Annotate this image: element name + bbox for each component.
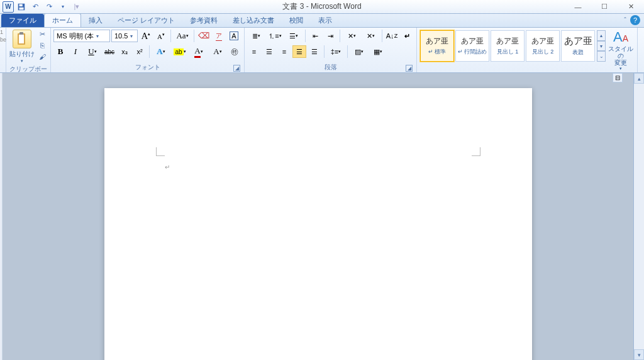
bold-button[interactable]: B [53,45,67,58]
tab-file[interactable]: ファイル [1,14,44,27]
distribute-icon[interactable]: ☰ [308,45,321,58]
group-clipboard: 貼り付け ▾ ✂ ⎘ 🖌 クリップボード◢ [6,28,51,72]
paragraph-launcher-icon[interactable]: ◢ [406,65,413,72]
highlight-icon[interactable]: ab▾ [171,45,189,58]
svg-rect-5 [19,32,23,35]
left-stub: 1 be [0,28,6,72]
gallery-more-icon[interactable]: ⌄ [597,51,606,62]
align-center-icon[interactable]: ☰ [262,45,276,58]
gallery-down-icon[interactable]: ▾ [597,41,606,52]
decrease-indent-icon[interactable]: ⇤ [308,30,322,42]
quick-access-toolbar: W ↶ ↷ ▾ |▾ [0,1,86,13]
text-direction-icon[interactable]: ✕▾ [343,30,360,42]
change-styles-button[interactable]: AA スタイルの 変更 ▾ [607,29,635,71]
enclosed-char-icon[interactable]: ㊕ [228,45,242,58]
line-spacing-icon[interactable]: ‡≡▾ [327,45,345,58]
paste-button[interactable]: 貼り付け ▾ [9,29,35,64]
undo-icon[interactable]: ↶ [29,1,42,13]
help-icon[interactable]: ? [630,15,640,25]
subscript-button[interactable]: x₂ [118,45,131,58]
paragraph-mark: ↵ [165,164,170,171]
ribbon-minimize-icon[interactable]: ˆ [624,16,626,24]
increase-indent-icon[interactable]: ⇥ [323,30,337,42]
underline-button[interactable]: U▾ [84,45,101,58]
style-heading2[interactable]: あア亜見出し 2 [526,30,560,62]
sort-icon[interactable]: A↓Z [385,30,399,42]
ribbon-tabs: ファイル ホーム 挿入 ページ レイアウト 参考資料 差し込み文書 校閲 表示 … [0,14,644,28]
vertical-scrollbar[interactable]: ▴ ▾ [633,73,644,360]
strikethrough-button[interactable]: abc [103,45,116,58]
style-no-spacing[interactable]: あア亜↵ 行間詰め [455,30,489,62]
ruler-toggle-icon[interactable]: ⊟ [613,73,623,82]
tab-home[interactable]: ホーム [44,13,81,27]
group-paragraph: ≣▾ ⒈≡▾ ☰▾ ⇤ ⇥ ✕▾ ✕▾ A↓Z ↵ ≡ ☰ ≡ ☰ ☰ ‡≡ [245,28,417,72]
font-color-icon[interactable]: A▾ [190,45,208,58]
margin-corner-right [472,147,480,156]
redo-icon[interactable]: ↷ [43,1,55,13]
shading-icon[interactable]: ▨▾ [350,45,368,58]
close-button[interactable]: ✕ [618,0,644,14]
tab-references[interactable]: 参考資料 [182,14,225,27]
numbering-icon[interactable]: ⒈≡▾ [266,30,284,42]
workspace: ⊟ ↵ ▴ ▾ [0,73,644,360]
style-normal[interactable]: あア亜↵ 標準 [420,30,454,62]
scroll-up-icon[interactable]: ▴ [634,73,644,84]
tab-insert[interactable]: 挿入 [81,14,110,27]
copy-icon[interactable]: ⎘ [36,40,48,50]
tab-view[interactable]: 表示 [311,14,340,27]
font-name-combo[interactable]: MS 明朝 (本▾ [53,30,110,42]
char-border-icon[interactable]: A [227,30,241,42]
style-gallery-scroll: ▴ ▾ ⌄ [597,30,606,62]
gallery-up-icon[interactable]: ▴ [597,30,606,41]
qat-dropdown-icon[interactable]: ▾ [57,1,69,13]
group-editing: 🔍検索▾ ab置換 ↖選択▾ 編集 [638,28,644,72]
page[interactable]: ↵ [104,88,532,360]
asian-layout-icon[interactable]: ✕▾ [362,30,379,42]
scroll-down-icon[interactable]: ▾ [634,349,644,360]
save-icon[interactable] [15,1,28,13]
tab-review[interactable]: 校閲 [282,14,311,27]
paste-label: 貼り付け [9,50,35,59]
grow-font-icon[interactable]: A▴ [139,30,153,42]
word-app-icon[interactable]: W [3,1,14,13]
italic-button[interactable]: I [69,45,82,58]
font-size-combo[interactable]: 10.5▾ [111,30,138,42]
change-styles-label: スタイルの 変更 [607,45,635,66]
tab-page-layout[interactable]: ページ レイアウト [110,14,182,27]
font-launcher-icon[interactable]: ◢ [233,65,240,72]
svg-rect-1 [19,4,23,6]
document-area[interactable]: ⊟ ↵ [3,73,633,360]
paragraph-group-label: 段落 [325,64,337,70]
maximize-button[interactable]: ☐ [591,0,618,14]
phonetic-guide-icon[interactable]: ア [212,30,226,42]
char-shading-icon[interactable]: A▾ [209,45,226,58]
tab-mailings[interactable]: 差し込み文書 [225,14,282,27]
font-size-value: 10.5 [114,32,128,40]
bullets-icon[interactable]: ≣▾ [247,30,265,42]
qat-sep-icon: |▾ [70,1,83,13]
svg-rect-4 [19,35,24,43]
group-styles: あア亜↵ 標準 あア亜↵ 行間詰め あア亜見出し 1 あア亜見出し 2 あア亜表… [417,28,638,72]
font-name-value: MS 明朝 (本 [57,31,94,41]
multilevel-list-icon[interactable]: ☰▾ [285,30,303,42]
style-heading1[interactable]: あア亜見出し 1 [491,30,525,62]
cut-icon[interactable]: ✂ [36,29,48,39]
show-marks-icon[interactable]: ↵ [400,30,414,42]
format-painter-icon[interactable]: 🖌 [36,52,48,62]
margin-corner-left [156,147,165,156]
superscript-button[interactable]: x² [133,45,147,58]
scroll-track[interactable] [634,84,644,349]
shrink-font-icon[interactable]: A▾ [154,30,168,42]
change-styles-icon: AA [613,29,628,45]
style-title[interactable]: あア亜表題 [561,30,595,62]
change-case-icon[interactable]: Aa▾ [174,30,191,42]
align-left-icon[interactable]: ≡ [247,45,261,58]
text-effects-icon[interactable]: A▾ [152,45,170,58]
minimize-button[interactable]: — [565,0,591,14]
justify-icon[interactable]: ☰ [292,45,306,58]
align-right-icon[interactable]: ≡ [277,45,291,58]
borders-icon[interactable]: ▦▾ [369,45,387,58]
svg-rect-2 [19,7,24,9]
clear-formatting-icon[interactable]: ⌫ [197,30,211,42]
window-controls: — ☐ ✕ [565,0,644,14]
